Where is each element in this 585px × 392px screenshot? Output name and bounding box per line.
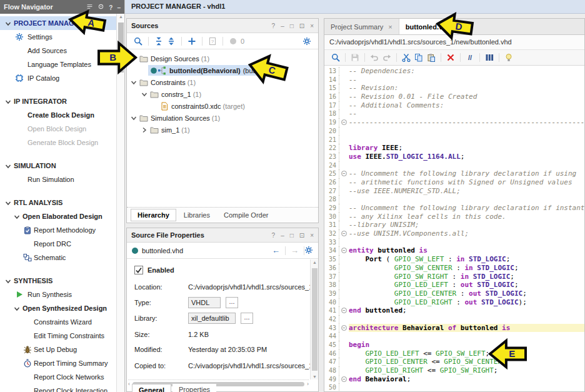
properties-horizontal-scrollbar[interactable]: ‹ › GeneralProperties [128, 379, 309, 388]
chevron-down-icon[interactable] [140, 90, 149, 99]
float-icon[interactable]: ⊡ [299, 23, 304, 29]
flownav-item-report-clock-interaction[interactable]: Report Clock Interaction [0, 384, 116, 392]
flownav-item-label: Schematic [34, 254, 66, 261]
help-icon[interactable]: ? [109, 4, 112, 11]
flownav-item-label: Report Clock Networks [34, 373, 104, 381]
tab-hierarchy[interactable]: Hierarchy [131, 209, 176, 221]
close-icon[interactable]: × [388, 23, 392, 31]
browse-button[interactable]: ... [241, 313, 253, 324]
source-node-label: Simulation Sources [151, 114, 210, 122]
minimize-icon[interactable]: – [117, 4, 121, 11]
source-node-sim-1[interactable]: sim_1(1) [127, 124, 318, 136]
line-number: 13 [324, 67, 339, 76]
properties-file-row: buttonled.vhd ← → [127, 243, 318, 259]
help-icon[interactable]: ? [272, 232, 276, 239]
tab-general[interactable]: General [132, 384, 171, 392]
flownav-item-edit-timing-constraints[interactable]: Edit Timing Constraints [0, 329, 116, 343]
maximize-icon[interactable]: □ [290, 23, 294, 29]
flownav-item-ip-integrator[interactable]: IP INTEGRATOR [0, 94, 116, 108]
flownav-item-report-clock-networks[interactable]: Report Clock Networks [0, 370, 116, 384]
scrollbar-thumb[interactable] [312, 268, 318, 371]
chevron-down-icon [4, 199, 12, 208]
flownav-item-run-simulation[interactable]: Run Simulation [0, 173, 116, 186]
close-icon[interactable]: × [310, 232, 314, 239]
fold-icon[interactable]: − [341, 376, 347, 382]
tab-compile-order[interactable]: Compile Order [218, 209, 275, 221]
search-icon [331, 53, 340, 62]
source-node-simulation-sources[interactable]: Simulation Sources(1) [127, 112, 318, 124]
scroll-up-icon[interactable]: ▲ [117, 14, 125, 19]
fold-icon[interactable]: − [341, 171, 347, 176]
flownav-item-report-timing-summary[interactable]: Report Timing Summary [0, 356, 116, 370]
fold-icon[interactable]: − [341, 231, 347, 236]
gear-icon[interactable] [304, 246, 313, 254]
minimize-icon[interactable]: – [281, 232, 284, 239]
scroll-up-icon[interactable]: ▲ [311, 260, 319, 264]
library-input[interactable]: xil_defaultlib [188, 313, 236, 324]
dock-icon[interactable] [98, 4, 104, 11]
vivado-window: Flow Navigator ?– PROJECT MANAGERSetting… [0, 0, 585, 392]
scroll-down-icon[interactable]: ▼ [311, 374, 319, 379]
code-line-21: 21 [324, 136, 584, 144]
tab-properties[interactable]: Properties [172, 384, 216, 392]
flownav-item-open-block-design[interactable]: Open Block Design [0, 122, 116, 136]
annotation-arrow-D: D [434, 10, 476, 43]
flownav-item-open-synthesized-design[interactable]: Open Synthesized Design [0, 301, 116, 315]
fold-icon[interactable]: − [341, 308, 347, 313]
back-arrow-icon[interactable]: ← [272, 246, 280, 255]
flownav-item-run-synthesis[interactable]: Run Synthesis [0, 288, 116, 301]
flow-navigator-header: Flow Navigator ?– [0, 0, 124, 14]
fold-icon[interactable]: − [341, 248, 347, 253]
code-line-15: 15-- Revision: [324, 84, 584, 93]
flownav-item-rtl-analysis[interactable]: RTL ANALYSIS [0, 196, 116, 209]
flownav-item-constraints-wizard[interactable]: Constraints Wizard [0, 315, 116, 329]
help-icon[interactable]: ? [272, 23, 276, 29]
property-row-modified: Modified:Yesterday at 20:35:03 PM [134, 344, 310, 355]
flownav-item-label: Report DRC [34, 240, 71, 248]
chevron-down-icon[interactable] [129, 114, 138, 123]
tab-libraries[interactable]: Libraries [178, 209, 216, 221]
source-node-constrs-1[interactable]: constrs_1(1) [127, 88, 318, 100]
checkbox-checked-icon[interactable] [134, 266, 143, 274]
line-number: 39 [324, 289, 339, 298]
chevron-right-icon[interactable] [140, 126, 149, 134]
message-count: 0 [241, 38, 244, 45]
close-icon[interactable]: × [310, 23, 314, 29]
flownav-item-label: Set Up Debug [34, 346, 77, 353]
fold-icon[interactable]: − [341, 119, 347, 125]
maximize-icon[interactable]: □ [290, 232, 294, 239]
scroll-left-icon[interactable]: ‹ [128, 381, 130, 387]
flownav-item-report-methodology[interactable]: Report Methodology [0, 223, 116, 237]
browse-button[interactable]: ... [226, 297, 238, 308]
forward-arrow-icon[interactable]: → [291, 246, 299, 255]
float-icon[interactable]: ⊡ [299, 232, 304, 239]
flownav-item-label: Add Sources [28, 47, 67, 54]
properties-vertical-scrollbar[interactable]: ▲ ▼ [310, 259, 318, 379]
code-line-49: 49−end Behavioral; [324, 375, 584, 384]
source-node-label: buttonled(Behavioral) [169, 67, 241, 74]
flow-navigator-title: Flow Navigator [4, 3, 53, 11]
flownav-item-label: Run Synthesis [28, 291, 72, 298]
code-line-18: 18-- [324, 109, 584, 118]
enabled-checkbox[interactable]: Enabled [134, 266, 174, 274]
flownav-item-report-drc[interactable]: Report DRC [0, 237, 116, 251]
flownav-item-synthesis[interactable]: SYNTHESIS [0, 274, 116, 288]
minimize-icon[interactable]: – [281, 23, 284, 29]
flownav-item-open-elaborated-design[interactable]: Open Elaborated Design [0, 209, 116, 223]
flownav-item-set-up-debug[interactable]: Set Up Debug [0, 343, 116, 356]
line-number: 47 [324, 358, 339, 366]
code-editor[interactable]: 13-- Dependencies:14--15-- Revision:16--… [324, 66, 584, 391]
chevron-down-icon[interactable] [129, 78, 138, 87]
flownav-item-create-block-design[interactable]: Create Block Design [0, 108, 116, 122]
flownav-item-label: SYNTHESIS [14, 277, 52, 284]
cut-icon [402, 53, 411, 62]
flownav-item-generate-block-design[interactable]: Generate Block Design [0, 136, 116, 149]
type-input[interactable]: VHDL [188, 297, 221, 308]
flownav-item-simulation[interactable]: SIMULATION [0, 159, 116, 173]
fold-icon[interactable]: − [341, 325, 347, 331]
source-node-constraints0-xdc[interactable]: constraints0.xdc(target) [127, 100, 318, 112]
flownav-item-schematic[interactable]: Schematic [0, 251, 116, 264]
scroll-right-icon[interactable]: › [307, 381, 309, 387]
source-node-constraints[interactable]: Constraints(1) [127, 76, 318, 88]
editor-tab-project-summary[interactable]: Project Summary× [324, 19, 399, 34]
